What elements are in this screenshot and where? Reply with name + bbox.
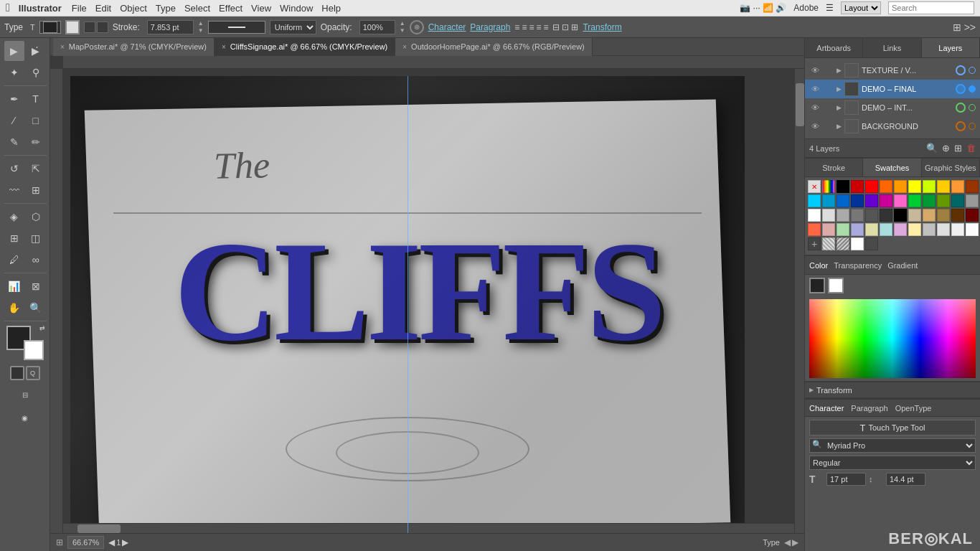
swatch-purple[interactable] <box>865 194 878 207</box>
swatch-extra-12[interactable] <box>966 223 979 236</box>
layers-delete-icon[interactable]: 🗑 <box>966 143 976 154</box>
swatch-cyan1[interactable] <box>808 194 821 207</box>
swatch-blue2[interactable] <box>851 194 864 207</box>
artwork-canvas[interactable]: The CLIFFS <box>70 76 745 533</box>
tab-graphic-styles[interactable]: Graphic Styles <box>922 159 980 176</box>
paragraph-link[interactable]: Paragraph <box>470 22 510 32</box>
paintbrush-tool[interactable]: ✎ <box>4 132 24 152</box>
menu-type[interactable]: Type <box>156 3 176 14</box>
swatch-extra-8[interactable] <box>908 223 921 236</box>
swatch-olive[interactable] <box>937 194 950 207</box>
layer-4-lock[interactable] <box>824 121 834 131</box>
preview-icon[interactable]: ⊞ <box>56 537 63 547</box>
rect-tool[interactable]: □ <box>26 110 46 131</box>
character-link[interactable]: Character <box>428 22 466 32</box>
layer-2-lock[interactable] <box>824 84 834 94</box>
tab-artboards[interactable]: Artboards <box>805 38 863 57</box>
swatch-teal[interactable] <box>951 194 964 207</box>
swatch-darkbrown[interactable] <box>951 209 964 222</box>
menu-file[interactable]: File <box>72 3 87 14</box>
layer-3-expand[interactable]: ▶ <box>837 104 842 111</box>
opacity-arrows[interactable]: ▲ ▼ <box>400 20 405 34</box>
search-input[interactable] <box>888 1 974 14</box>
type-tool[interactable]: T <box>26 89 46 109</box>
swatch-gray4[interactable] <box>865 209 878 222</box>
tab-links[interactable]: Links <box>863 38 921 57</box>
font-family-select[interactable]: Myriad Pro <box>809 438 976 453</box>
gradient-tool[interactable]: ◫ <box>26 228 46 248</box>
swatch-blue1[interactable] <box>837 194 849 207</box>
tab-3[interactable]: × OutdoorHomePage.ai* @ 66.67% (RGB/Prev… <box>395 38 593 56</box>
layer-row-1[interactable]: 👁 ▶ TEXTURE / V... <box>805 61 980 80</box>
layer-4-expand[interactable]: ▶ <box>837 123 842 130</box>
pen-tool[interactable]: ✒ <box>4 89 24 109</box>
swatch-red1[interactable] <box>851 180 864 193</box>
swatch-gray2[interactable] <box>837 209 849 222</box>
layer-3-eye[interactable]: 👁 <box>809 102 821 113</box>
menu-view[interactable]: View <box>251 3 271 14</box>
swatch-orange2[interactable] <box>894 180 907 193</box>
touch-type-btn[interactable]: T Touch Type Tool <box>809 420 976 435</box>
free-transform-tool[interactable]: ⊞ <box>26 180 46 200</box>
layer-2-eye[interactable]: 👁 <box>809 83 821 95</box>
layer-row-2[interactable]: 👁 ▶ DEMO – FINAL <box>805 80 980 98</box>
scrollbar-vertical[interactable] <box>794 69 804 533</box>
warp-tool[interactable]: 〰 <box>4 180 24 200</box>
scrollbar-horizontal[interactable] <box>63 523 794 533</box>
selection-tool[interactable]: ▶ <box>4 41 24 61</box>
slice-tool[interactable]: ⊠ <box>26 276 46 296</box>
swatch-extra-2[interactable] <box>822 223 835 236</box>
tab-2[interactable]: × CliffsSignage.ai* @ 66.67% (CMYK/Previ… <box>215 38 395 56</box>
canvas-content[interactable]: The CLIFFS <box>50 56 804 533</box>
layers-settings-icon[interactable]: ⊞ <box>954 143 962 154</box>
content-aware[interactable]: ◉ <box>6 408 44 428</box>
layer-row-3[interactable]: 👁 ▶ DEMO – INT... <box>805 98 980 117</box>
scale-tool[interactable]: ⇱ <box>26 159 46 179</box>
next-page-btn[interactable]: ▶ <box>122 537 128 547</box>
swatch-lime[interactable] <box>923 180 936 193</box>
line-tool[interactable]: ∕ <box>4 110 24 131</box>
tab-opentype[interactable]: OpenType <box>895 404 932 413</box>
magic-wand-tool[interactable]: ✦ <box>4 62 24 83</box>
opacity-input[interactable] <box>359 20 395 34</box>
swatch-extra-4[interactable] <box>851 223 864 236</box>
swatch-tan[interactable] <box>923 209 936 222</box>
color-gradient-bar[interactable] <box>809 299 976 378</box>
swatch-green1[interactable] <box>908 194 921 207</box>
menu-select[interactable]: Select <box>184 3 210 14</box>
tab-stroke[interactable]: Stroke <box>805 159 863 176</box>
stroke-color-box[interactable] <box>39 21 61 34</box>
swatch-extra-6[interactable] <box>880 223 892 236</box>
menu-window[interactable]: Window <box>280 3 313 14</box>
stroke-arrows[interactable]: ▲ ▼ <box>198 20 204 34</box>
layer-2-target[interactable] <box>956 84 966 94</box>
swatch-extra-9[interactable] <box>923 223 936 236</box>
swatch-extra-3[interactable] <box>837 223 849 236</box>
swatch-gray5[interactable] <box>880 209 892 222</box>
menu-help[interactable]: Help <box>321 3 341 14</box>
menu-effect[interactable]: Effect <box>219 3 242 14</box>
swatch-khaki[interactable] <box>937 209 950 222</box>
tab-character[interactable]: Character <box>809 404 844 413</box>
layer-4-target[interactable] <box>956 121 966 131</box>
arrange-icon[interactable]: ⊞ <box>953 22 961 33</box>
swatch-black2[interactable] <box>894 209 907 222</box>
layers-new-layer-icon[interactable]: ⊕ <box>942 143 950 154</box>
tab-1-close[interactable]: × <box>60 43 65 51</box>
quick-mask-mode[interactable]: Q <box>26 366 40 380</box>
more-icon[interactable]: >> <box>964 22 976 33</box>
swatch-extra-7[interactable] <box>894 223 907 236</box>
swatch-green2[interactable] <box>923 194 936 207</box>
swatch-lightgray[interactable] <box>822 209 835 222</box>
swap-colors[interactable]: ⇄ <box>39 324 45 331</box>
swatch-orange3[interactable] <box>937 180 950 193</box>
column-graph-tool[interactable]: 📊 <box>4 276 24 296</box>
tab-2-close[interactable]: × <box>222 43 226 51</box>
tab-color[interactable]: Color <box>809 261 828 270</box>
hand-tool[interactable]: ✋ <box>4 298 24 318</box>
tab-1[interactable]: × MapPoster.ai* @ 71% (CMYK/Preview) <box>53 38 215 56</box>
swatch-extra-1[interactable] <box>808 223 821 236</box>
color-bg-swatch[interactable] <box>828 278 844 293</box>
swatch-magenta[interactable] <box>880 194 892 207</box>
status-arrows[interactable]: ◀▶ <box>784 537 798 547</box>
